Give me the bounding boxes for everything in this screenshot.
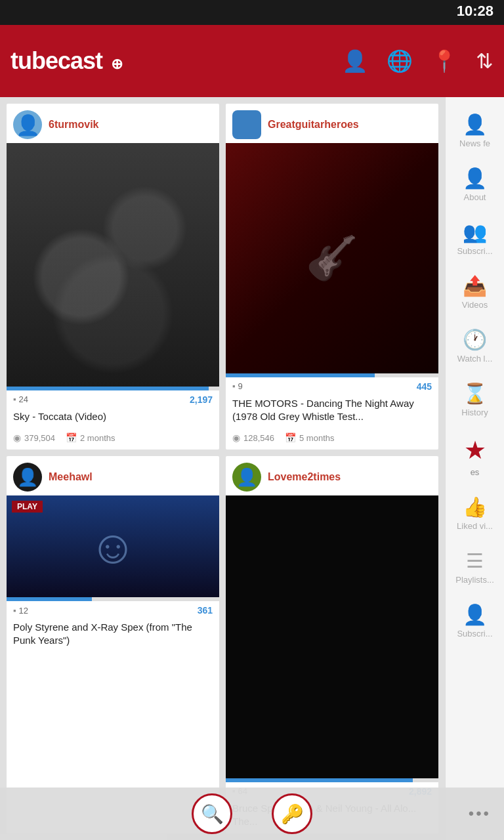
favorites-icon: ★ xyxy=(464,436,486,465)
video-grid: 👤 6turmovik 24 2,197 Sky - Toccata (Vide… xyxy=(0,97,445,840)
channel-name: Loveme2times xyxy=(268,471,341,483)
video-num: 12 xyxy=(13,606,28,616)
video-card[interactable]: Greatguitarheroes 🎸 9 445 THE MOTORS - D… xyxy=(226,104,438,450)
sidebar-item-favorites[interactable]: ★ es xyxy=(446,427,504,486)
play-label: PLAY xyxy=(12,501,43,513)
card-header: Greatguitarheroes xyxy=(226,104,438,143)
avatar: 👤 xyxy=(13,463,42,492)
news-icon: 👤 xyxy=(463,113,487,136)
sidebar-item-about[interactable]: 👤 About xyxy=(446,158,504,211)
time: 10:28 xyxy=(457,3,494,19)
sidebar-item-subscribed[interactable]: 👤 Subscri... xyxy=(446,594,504,648)
channel-name: Greatguitarheroes xyxy=(268,119,359,131)
view-count: 2,197 xyxy=(190,394,213,405)
playlists-icon: ☰ xyxy=(466,549,484,572)
video-meta: 24 2,197 xyxy=(7,390,219,408)
sidebar-label: Liked vi... xyxy=(457,521,493,531)
search-button[interactable]: 🔍 xyxy=(192,793,232,834)
sidebar: 👤 News fe 👤 About 👥 Subscri... 📤 Videos … xyxy=(445,97,504,840)
channel-name: Meehawl xyxy=(49,471,93,483)
video-thumbnail xyxy=(7,143,219,387)
main-content: 👤 6turmovik 24 2,197 Sky - Toccata (Vide… xyxy=(0,97,504,840)
about-icon: 👤 xyxy=(463,167,487,190)
video-card[interactable]: 👤 Loveme2times 64 2,892 Bruce Springstee… xyxy=(226,456,438,833)
liked-icon: 👍 xyxy=(463,495,487,518)
globe-icon[interactable]: 🌐 xyxy=(387,49,413,74)
sidebar-label: About xyxy=(464,192,486,202)
key-button[interactable]: 🔑 xyxy=(272,793,312,834)
video-footer: ◉ 379,504 📅 2 months xyxy=(7,429,219,450)
watch-later-icon: 🕐 xyxy=(463,328,487,351)
sidebar-item-playlists[interactable]: ☰ Playlists... xyxy=(446,540,504,594)
age-stat: 📅 5 months xyxy=(285,432,334,443)
bottom-bar: 🔍 🔑 ••• xyxy=(0,788,504,840)
video-title: Sky - Toccata (Video) xyxy=(7,408,219,429)
history-icon: ⌛ xyxy=(463,382,487,405)
app-logo: tubecast ⊕ xyxy=(10,47,122,75)
sidebar-label: es xyxy=(471,467,480,477)
search-icon: 🔍 xyxy=(201,803,224,825)
avatar: 👤 xyxy=(13,110,42,139)
video-thumbnail xyxy=(226,495,438,778)
view-count: 361 xyxy=(198,605,213,616)
view-stat: ◉ 379,504 xyxy=(13,432,55,443)
sidebar-label: Videos xyxy=(462,300,488,310)
profile-icon[interactable]: 👤 xyxy=(342,49,368,74)
status-bar: 10:28 xyxy=(0,0,504,25)
video-thumbnail: 🎸 xyxy=(226,143,438,373)
sidebar-item-liked[interactable]: 👍 Liked vi... xyxy=(446,486,504,540)
view-stat: ◉ 128,546 xyxy=(232,432,274,443)
sidebar-label: News fe xyxy=(459,138,490,148)
video-title: THE MOTORS - Dancing The Night Away (197… xyxy=(226,394,438,429)
age-stat: 📅 2 months xyxy=(66,432,115,443)
avatar xyxy=(232,110,261,139)
sidebar-item-subscriptions[interactable]: 👥 Subscri... xyxy=(446,211,504,265)
sidebar-label: Subscri... xyxy=(457,629,492,639)
calendar-icon: 📅 xyxy=(285,432,296,443)
video-footer: ◉ 128,546 📅 5 months xyxy=(226,429,438,450)
subscriptions-icon: 👥 xyxy=(463,220,487,243)
video-thumbnail: ☺ PLAY xyxy=(7,495,219,597)
calendar-icon: 📅 xyxy=(66,432,77,443)
views-icon: ◉ xyxy=(13,432,21,443)
more-button[interactable]: ••• xyxy=(469,805,491,823)
sidebar-label: Playlists... xyxy=(455,575,494,585)
header-icons: 👤 🌐 📍 ⇅ xyxy=(342,49,494,74)
sidebar-label: Subscri... xyxy=(457,246,492,256)
header: tubecast ⊕ 👤 🌐 📍 ⇅ xyxy=(0,25,504,97)
video-card[interactable]: 👤 6turmovik 24 2,197 Sky - Toccata (Vide… xyxy=(7,104,219,450)
location-icon[interactable]: 📍 xyxy=(431,49,457,74)
avatar-grid-icon xyxy=(242,111,251,138)
card-header: 👤 Loveme2times xyxy=(226,456,438,495)
view-count: 445 xyxy=(417,381,432,392)
sidebar-label: Watch l... xyxy=(457,354,493,364)
sidebar-item-history[interactable]: ⌛ History xyxy=(446,373,504,427)
subscribed-icon: 👤 xyxy=(463,603,487,626)
sidebar-item-videos[interactable]: 📤 Videos xyxy=(446,265,504,319)
video-num: 24 xyxy=(13,394,28,404)
video-num: 9 xyxy=(232,381,243,391)
sidebar-item-news[interactable]: 👤 News fe xyxy=(446,104,504,158)
sort-icon[interactable]: ⇅ xyxy=(476,49,494,74)
video-meta: 12 361 xyxy=(7,601,219,618)
sidebar-item-watch-later[interactable]: 🕐 Watch l... xyxy=(446,319,504,373)
video-meta: 9 445 xyxy=(226,377,438,394)
card-header: 👤 6turmovik xyxy=(7,104,219,143)
views-icon: ◉ xyxy=(232,432,240,443)
card-header: 👤 Meehawl xyxy=(7,456,219,495)
videos-icon: 📤 xyxy=(463,274,487,297)
avatar: 👤 xyxy=(232,463,261,492)
rss-icon: ⊕ xyxy=(111,56,122,72)
video-card[interactable]: 👤 Meehawl ☺ PLAY 12 361 Poly Styrene and… xyxy=(7,456,219,833)
channel-name: 6turmovik xyxy=(49,119,98,131)
sidebar-label: History xyxy=(461,408,488,417)
key-icon: 🔑 xyxy=(281,803,304,825)
